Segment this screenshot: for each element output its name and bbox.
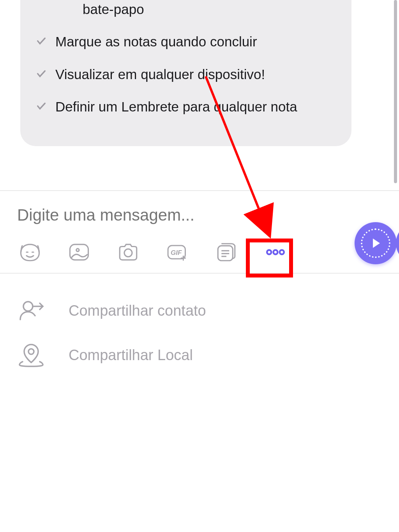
record-button[interactable] xyxy=(355,222,397,264)
check-icon xyxy=(36,101,47,111)
share-location-icon xyxy=(17,343,45,367)
check-icon xyxy=(36,68,47,79)
sticker-button[interactable] xyxy=(18,241,42,263)
svg-point-13 xyxy=(267,250,271,255)
share-menu: Compartilhar contato Compartilhar Local xyxy=(0,274,399,392)
chat-scroll-area[interactable]: bate-papo Marque as notas quando conclui… xyxy=(0,0,399,190)
attachment-toolbar: GIF xyxy=(17,241,382,263)
svg-point-15 xyxy=(280,250,284,255)
camera-button[interactable] xyxy=(116,241,140,263)
bubble-top-fragment: bate-papo xyxy=(36,0,336,25)
svg-rect-2 xyxy=(70,244,88,260)
file-button[interactable] xyxy=(214,241,238,263)
share-location-label: Compartilhar Local xyxy=(69,347,193,364)
feature-item: Marque as notas quando concluir xyxy=(36,25,336,58)
feature-text: Marque as notas quando concluir xyxy=(55,32,257,51)
compose-bar: GIF xyxy=(0,190,399,274)
feature-item: Definir um Lembrete para qualquer nota xyxy=(36,90,336,123)
feature-item: Visualizar em qualquer dispositivo! xyxy=(36,58,336,90)
svg-text:GIF: GIF xyxy=(171,249,182,256)
svg-point-16 xyxy=(23,302,33,311)
message-input[interactable] xyxy=(17,206,236,224)
share-contact-icon xyxy=(17,299,45,323)
send-button-partial[interactable] xyxy=(396,222,399,264)
svg-point-17 xyxy=(28,349,34,354)
svg-point-14 xyxy=(274,250,278,255)
more-button[interactable] xyxy=(263,241,288,263)
check-icon xyxy=(36,35,47,46)
gif-button[interactable]: GIF xyxy=(165,241,189,263)
svg-point-3 xyxy=(76,249,79,251)
feature-text: Definir um Lembrete para qualquer nota xyxy=(55,97,297,116)
share-location-item[interactable]: Compartilhar Local xyxy=(17,333,382,377)
share-contact-label: Compartilhar contato xyxy=(69,302,206,319)
gallery-button[interactable] xyxy=(67,241,91,263)
notes-intro-bubble: bate-papo Marque as notas quando conclui… xyxy=(20,0,351,146)
svg-point-4 xyxy=(124,249,132,257)
scrollbar[interactable] xyxy=(394,0,397,183)
feature-text: Visualizar em qualquer dispositivo! xyxy=(55,65,265,83)
share-contact-item[interactable]: Compartilhar contato xyxy=(17,288,382,333)
record-icon xyxy=(361,228,390,258)
